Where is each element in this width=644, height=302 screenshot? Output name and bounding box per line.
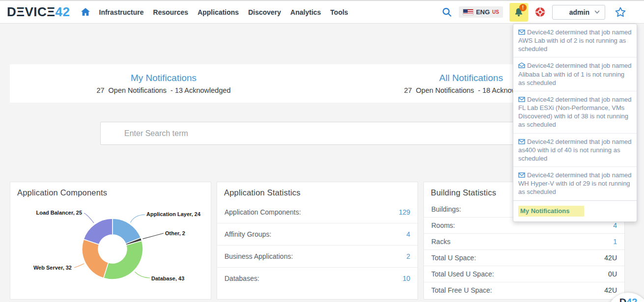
search-icon[interactable]	[442, 7, 452, 18]
chevron-down-icon	[594, 10, 600, 14]
pie-label-application-layer: Application Layer, 24	[146, 211, 200, 217]
stat-value-link[interactable]: 10	[402, 275, 410, 282]
favorites-star-icon[interactable]	[615, 6, 626, 18]
pie-label-database: Database, 43	[151, 275, 184, 281]
language-code: ENG	[476, 8, 490, 16]
stat-row-racks: Racks 1	[424, 234, 624, 250]
notification-item[interactable]: Device42 determined that job named WH Hy…	[513, 167, 637, 200]
pie-label-load-balancer: Load Balancer, 25	[36, 210, 82, 216]
my-notifications-counts: 27 Open Notifications - 13 Acknowledged	[10, 86, 317, 94]
username-label: admin	[569, 8, 589, 16]
stat-label: Racks	[431, 238, 450, 246]
stat-value-link[interactable]: 129	[399, 208, 410, 216]
nav-item-analytics[interactable]: Analytics	[290, 8, 321, 16]
pie-label-web-server: Web Server, 32	[33, 265, 72, 271]
global-search-input[interactable]	[100, 122, 543, 145]
logo-text-dark: DΞVICΞ	[7, 4, 56, 19]
stat-value: 42U	[604, 254, 617, 262]
nav-item-discovery[interactable]: Discovery	[248, 8, 281, 16]
stat-label: Total Free U Space:	[431, 286, 492, 294]
stat-value: 42U	[604, 286, 617, 294]
envelope-open-icon	[518, 62, 525, 68]
stat-label: Databases:	[224, 275, 259, 282]
language-region: US	[492, 9, 499, 15]
language-selector[interactable]: ENG US	[459, 6, 503, 18]
stat-row-total-u-space: Total U Space: 42U	[424, 250, 624, 266]
my-notifications-link[interactable]: My Notifications	[518, 206, 584, 217]
stat-value-link[interactable]: 2	[406, 252, 410, 260]
envelope-closed-icon	[518, 172, 525, 178]
user-menu-dropdown[interactable]: admin	[552, 5, 605, 20]
notifications-dropdown-panel: Device42 determined that job named AWS L…	[513, 24, 637, 222]
home-icon[interactable]	[81, 8, 90, 16]
device42-logo[interactable]: DΞVICΞ42	[7, 4, 70, 20]
nav-item-tools[interactable]: Tools	[330, 8, 348, 16]
stat-value-link[interactable]: 4	[613, 221, 617, 229]
stat-label: Rooms:	[431, 221, 455, 229]
notification-item[interactable]: Device42 determined that job named Aliba…	[513, 57, 637, 91]
notification-text: Device42 determined that job named AWS L…	[518, 28, 631, 53]
us-flag-icon	[463, 9, 474, 15]
stat-row-affinity-groups: Affinity Groups: 4	[217, 223, 418, 246]
stat-row-total-free-u-space: Total Free U Space: 42U	[424, 282, 624, 298]
nav-item-resources[interactable]: Resources	[153, 8, 189, 16]
notification-badge: !	[519, 4, 527, 11]
top-navbar: DΞVICΞ42 Infrastructure Resources Applic…	[0, 0, 644, 24]
stat-label: Application Components:	[224, 208, 301, 216]
stat-value-link[interactable]: 4	[406, 230, 410, 238]
application-components-card: Application Components Application Layer…	[10, 182, 211, 300]
stat-label: Affinity Groups:	[224, 230, 271, 238]
envelope-closed-icon	[518, 29, 525, 35]
notification-text: Device42 determined that job named Aliba…	[518, 62, 631, 86]
widget-text-accent: 42	[626, 297, 637, 302]
logo-text-accent: 42	[56, 4, 70, 19]
notification-text: Device42 determined that job named as400…	[518, 138, 631, 162]
notification-item[interactable]: Device42 determined that job named as400…	[513, 134, 637, 167]
notification-text: Device42 determined that job named WH Hy…	[518, 171, 631, 195]
stat-label: Buildings:	[431, 205, 461, 213]
support-buoy-icon[interactable]	[534, 6, 546, 18]
notification-item[interactable]: Device42 determined that job named AWS L…	[513, 24, 637, 57]
stat-row-business-applications: Business Applications: 2	[217, 246, 418, 268]
notification-item[interactable]: Device42 determined that job named FL La…	[513, 91, 637, 134]
stat-row-application-components: Application Components: 129	[217, 201, 418, 223]
application-components-donut-chart: Application Layer, 24 Other, 2 Database,…	[10, 182, 211, 299]
stat-value: 0U	[608, 270, 617, 278]
application-statistics-card: Application Statistics Application Compo…	[217, 182, 418, 300]
nav-item-applications[interactable]: Applications	[197, 8, 239, 16]
stat-value-link[interactable]: 1	[613, 238, 617, 246]
stat-row-databases: Databases: 10	[217, 268, 418, 289]
nav-item-infrastructure[interactable]: Infrastructure	[99, 8, 144, 16]
stat-label: Business Applications:	[224, 252, 293, 260]
application-statistics-card-title: Application Statistics	[217, 182, 418, 201]
stat-label: Total U Space:	[431, 254, 476, 262]
pie-label-other: Other, 2	[165, 230, 185, 236]
my-notifications-title[interactable]: My Notifications	[10, 73, 317, 83]
donut-chart-svg[interactable]	[10, 182, 212, 299]
stat-row-total-used-u-space: Total Used U Space: 0U	[424, 266, 624, 282]
envelope-closed-icon	[518, 97, 525, 102]
notification-text: Device42 determined that job named FL La…	[518, 96, 631, 128]
notifications-bell-button[interactable]: !	[509, 3, 528, 22]
envelope-closed-icon	[518, 139, 525, 144]
stat-label: Total Used U Space:	[431, 270, 494, 278]
widget-text-dark: D	[619, 297, 626, 302]
